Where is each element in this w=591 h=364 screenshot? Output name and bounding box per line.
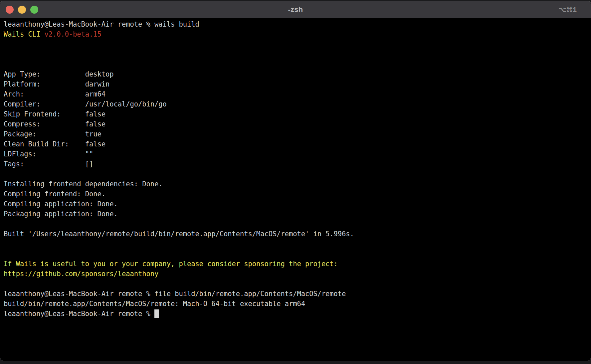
terminal-line: Installing frontend dependencies: Done. (4, 179, 587, 189)
terminal-text-segment: Skip Frontend: false (4, 110, 105, 118)
terminal-cursor (154, 309, 159, 318)
terminal-line: Built '/Users/leaanthony/remote/build/bi… (4, 229, 587, 239)
terminal-text-segment: If Wails is useful to you or your compan… (4, 260, 338, 268)
terminal-line (4, 239, 587, 249)
terminal-line: LDFlags: "" (4, 149, 587, 159)
terminal-line (4, 249, 587, 259)
terminal-text-segment: Packaging application: Done. (4, 210, 118, 218)
terminal-text-segment: Clean Build Dir: false (4, 140, 105, 148)
terminal-line: Compiling application: Done. (4, 199, 587, 209)
terminal-text-segment: LDFlags: "" (4, 150, 93, 158)
terminal-line: Compiling frontend: Done. (4, 189, 587, 199)
zoom-button[interactable] (30, 6, 38, 14)
terminal-line: Skip Frontend: false (4, 109, 587, 119)
terminal-text-segment: Platform: darwin (4, 80, 109, 88)
terminal-line: Wails CLI v2.0.0-beta.15 (4, 29, 587, 39)
terminal-window: -zsh ⌥⌘1 leaanthony@Leas-MacBook-Air rem… (0, 1, 591, 361)
terminal-line: Tags: [] (4, 159, 587, 169)
terminal-text-segment: Installing frontend dependencies: Done. (4, 180, 162, 188)
terminal-line: Arch: arm64 (4, 89, 587, 99)
terminal-line: leaanthony@Leas-MacBook-Air remote % wai… (4, 19, 587, 29)
terminal-line: Packaging application: Done. (4, 209, 587, 219)
terminal-text-segment: v2.0.0-beta.15 (44, 30, 101, 38)
terminal-output[interactable]: leaanthony@Leas-MacBook-Air remote % wai… (0, 18, 591, 322)
window-title: -zsh (288, 5, 303, 14)
terminal-text-segment: leaanthony@Leas-MacBook-Air remote % wai… (4, 20, 199, 28)
terminal-text-segment: leaanthony@Leas-MacBook-Air remote % fil… (4, 290, 346, 298)
terminal-line: Compress: false (4, 119, 587, 129)
terminal-text-segment: build/bin/remote.app/Contents/MacOS/remo… (4, 300, 305, 308)
terminal-text-segment: App Type: desktop (4, 70, 114, 78)
terminal-line (4, 219, 587, 229)
terminal-line (4, 39, 587, 49)
terminal-line: leaanthony@Leas-MacBook-Air remote % (4, 309, 587, 319)
terminal-text-segment: Compiler: /usr/local/go/bin/go (4, 100, 167, 108)
terminal-text-segment: Wails CLI (4, 30, 44, 38)
titlebar[interactable]: -zsh ⌥⌘1 (0, 1, 591, 18)
close-button[interactable] (6, 6, 14, 14)
minimize-button[interactable] (18, 6, 26, 14)
terminal-line (4, 49, 587, 59)
terminal-line: Compiler: /usr/local/go/bin/go (4, 99, 587, 109)
terminal-line: Platform: darwin (4, 79, 587, 89)
terminal-text-segment: Compiling frontend: Done. (4, 190, 105, 198)
terminal-text-segment: Package: true (4, 130, 101, 138)
terminal-line: leaanthony@Leas-MacBook-Air remote % fil… (4, 289, 587, 299)
terminal-line: App Type: desktop (4, 69, 587, 79)
terminal-text-segment: leaanthony@Leas-MacBook-Air remote % (4, 310, 154, 318)
terminal-text-segment: Tags: [] (4, 160, 93, 168)
terminal-line: If Wails is useful to you or your compan… (4, 259, 587, 269)
terminal-line: build/bin/remote.app/Contents/MacOS/remo… (4, 299, 587, 309)
terminal-line (4, 279, 587, 289)
terminal-line (4, 169, 587, 179)
terminal-text-segment: Built '/Users/leaanthony/remote/build/bi… (4, 230, 354, 238)
terminal-line: https://github.com/sponsors/leaanthony (4, 269, 587, 279)
terminal-text-segment: Compiling application: Done. (4, 200, 118, 208)
terminal-line (4, 59, 587, 69)
terminal-text-segment: https://github.com/sponsors/leaanthony (4, 270, 158, 278)
terminal-text-segment: Compress: false (4, 120, 105, 128)
terminal-text-segment: Arch: arm64 (4, 90, 105, 98)
traffic-lights (6, 1, 38, 18)
keyboard-shortcut-label: ⌥⌘1 (558, 6, 577, 14)
terminal-line: Package: true (4, 129, 587, 139)
terminal-line: Clean Build Dir: false (4, 139, 587, 149)
